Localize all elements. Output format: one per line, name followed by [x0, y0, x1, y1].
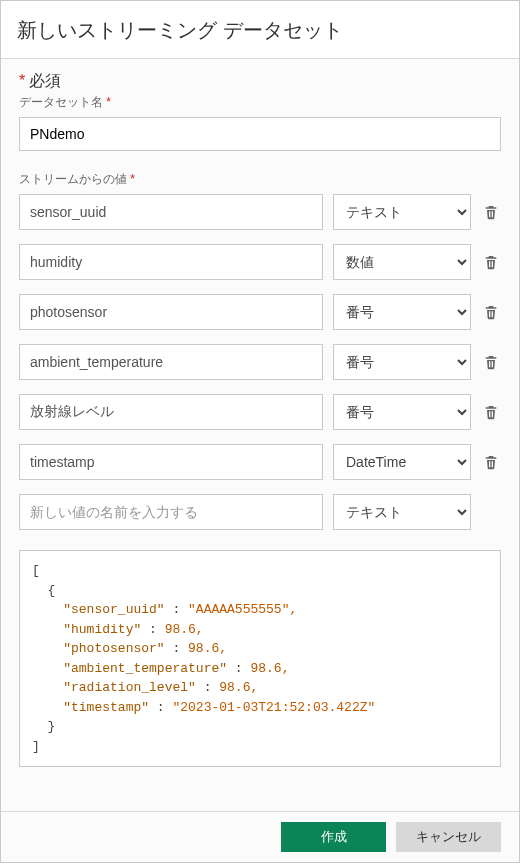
dataset-name-asterisk: *: [106, 95, 111, 109]
dataset-name-input[interactable]: [19, 117, 501, 151]
field-name-input[interactable]: [19, 194, 323, 230]
field-type-select[interactable]: テキスト: [333, 194, 471, 230]
field-name-input[interactable]: [19, 394, 323, 430]
stream-rows: テキスト数値番号番号番号DateTimeテキスト: [19, 194, 501, 530]
stream-row: DateTime: [19, 444, 501, 480]
stream-values-label: ストリームからの値 *: [19, 171, 501, 188]
trash-icon[interactable]: [481, 452, 501, 472]
new-field-type-select[interactable]: テキスト: [333, 494, 471, 530]
stream-row-new: テキスト: [19, 494, 501, 530]
field-type-select[interactable]: 番号: [333, 344, 471, 380]
trash-icon[interactable]: [481, 252, 501, 272]
stream-row: 番号: [19, 394, 501, 430]
required-label: 必須: [29, 72, 61, 89]
asterisk-required: *: [19, 72, 25, 89]
field-type-select[interactable]: 数値: [333, 244, 471, 280]
create-button[interactable]: 作成: [281, 822, 386, 852]
field-name-input[interactable]: [19, 344, 323, 380]
new-field-name-input[interactable]: [19, 494, 323, 530]
trash-icon[interactable]: [481, 202, 501, 222]
stream-row: テキスト: [19, 194, 501, 230]
stream-row: 数値: [19, 244, 501, 280]
json-preview: [ { "sensor_uuid" : "AAAAA555555", "humi…: [19, 550, 501, 767]
trash-icon[interactable]: [481, 302, 501, 322]
field-name-input[interactable]: [19, 444, 323, 480]
stream-row: 番号: [19, 294, 501, 330]
required-note: *必須: [19, 71, 501, 92]
stream-values-asterisk: *: [130, 172, 135, 186]
dialog-title: 新しいストリーミング データセット: [1, 1, 519, 59]
trash-icon[interactable]: [481, 352, 501, 372]
field-type-select[interactable]: 番号: [333, 294, 471, 330]
field-name-input[interactable]: [19, 294, 323, 330]
dataset-name-label: データセット名 *: [19, 94, 501, 111]
cancel-button[interactable]: キャンセル: [396, 822, 501, 852]
field-type-select[interactable]: DateTime: [333, 444, 471, 480]
dialog-body: *必須 データセット名 * ストリームからの値 * テキスト数値番号番号番号Da…: [1, 59, 519, 811]
streaming-dataset-dialog: 新しいストリーミング データセット *必須 データセット名 * ストリームからの…: [0, 0, 520, 863]
trash-icon[interactable]: [481, 402, 501, 422]
field-name-input[interactable]: [19, 244, 323, 280]
stream-row: 番号: [19, 344, 501, 380]
field-type-select[interactable]: 番号: [333, 394, 471, 430]
dialog-footer: 作成 キャンセル: [1, 811, 519, 862]
stream-values-label-text: ストリームからの値: [19, 172, 127, 186]
dataset-name-label-text: データセット名: [19, 95, 103, 109]
